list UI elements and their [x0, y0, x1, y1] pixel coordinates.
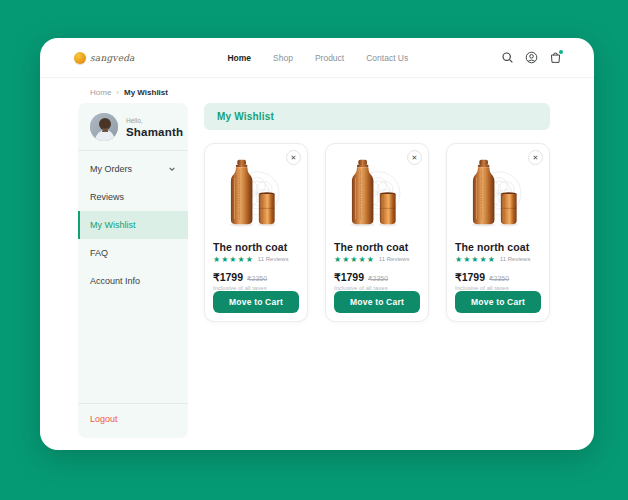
app-window: sangveda Home Shop Product Contact Us: [40, 38, 594, 450]
product-card: ✕ The north coat ★★★★★ 11 Reviews ₹1799 …: [204, 143, 308, 322]
page-title-banner: My Wishlist: [204, 103, 550, 130]
star-rating-icons: ★★★★★: [455, 255, 496, 264]
nav-item-contact-us[interactable]: Contact Us: [366, 53, 408, 63]
breadcrumb-separator: ›: [116, 88, 119, 97]
sidebar-item-my-wishlist[interactable]: My Wishlist: [78, 211, 188, 239]
rating-row: ★★★★★ 11 Reviews: [213, 255, 299, 264]
cart-icon[interactable]: [549, 51, 562, 64]
move-to-cart-button[interactable]: Move to Cart: [213, 291, 299, 313]
current-price: ₹1799: [334, 271, 364, 283]
review-count: 11 Reviews: [379, 256, 410, 262]
sidebar-item-label: FAQ: [90, 248, 108, 258]
price-row: ₹1799 ₹2350: [334, 271, 420, 283]
username-text: Shamanth: [126, 126, 183, 138]
remove-from-wishlist-button[interactable]: ✕: [407, 150, 422, 165]
product-image: [334, 155, 420, 236]
avatar: [90, 113, 118, 141]
price-row: ₹1799 ₹2350: [213, 271, 299, 283]
product-name: The north coat: [334, 241, 420, 253]
original-price: ₹2350: [489, 275, 509, 283]
breadcrumb: Home › My Wishlist: [40, 78, 594, 97]
sidebar-item-label: My Wishlist: [90, 220, 136, 230]
account-sidebar: Hello, Shamanth My Orders Reviews My Wis…: [78, 103, 188, 438]
product-image: [213, 155, 299, 236]
sidebar-menu: My Orders Reviews My Wishlist FAQ Accoun…: [78, 151, 188, 299]
price-row: ₹1799 ₹2350: [455, 271, 541, 283]
search-icon[interactable]: [501, 51, 514, 64]
rating-row: ★★★★★ 11 Reviews: [334, 255, 420, 264]
sidebar-item-reviews[interactable]: Reviews: [78, 183, 188, 211]
star-rating-icons: ★★★★★: [213, 255, 254, 264]
star-rating-icons: ★★★★★: [334, 255, 375, 264]
current-price: ₹1799: [455, 271, 485, 283]
greeting-text: Hello,: [126, 117, 183, 124]
main-nav: Home Shop Product Contact Us: [135, 53, 501, 63]
top-nav-bar: sangveda Home Shop Product Contact Us: [40, 38, 594, 78]
product-name: The north coat: [455, 241, 541, 253]
sidebar-item-label: Account Info: [90, 276, 140, 286]
current-price: ₹1799: [213, 271, 243, 283]
main-content: My Wishlist ✕ The north coat ★★★★★ 11 Re…: [204, 103, 550, 322]
review-count: 11 Reviews: [500, 256, 531, 262]
product-card: ✕ The north coat ★★★★★ 11 Reviews ₹1799 …: [446, 143, 550, 322]
breadcrumb-home[interactable]: Home: [90, 88, 111, 97]
profile-block: Hello, Shamanth: [78, 103, 188, 150]
original-price: ₹2350: [368, 275, 388, 283]
cart-badge-dot: [559, 50, 563, 54]
product-card: ✕ The north coat ★★★★★ 11 Reviews ₹1799 …: [325, 143, 429, 322]
sidebar-item-faq[interactable]: FAQ: [78, 239, 188, 267]
logo-text: sangveda: [90, 53, 135, 63]
page-title: My Wishlist: [217, 111, 274, 122]
rating-row: ★★★★★ 11 Reviews: [455, 255, 541, 264]
wishlist-grid: ✕ The north coat ★★★★★ 11 Reviews ₹1799 …: [204, 143, 550, 322]
remove-from-wishlist-button[interactable]: ✕: [528, 150, 543, 165]
product-image: [455, 155, 541, 236]
nav-item-product[interactable]: Product: [315, 53, 344, 63]
move-to-cart-button[interactable]: Move to Cart: [455, 291, 541, 313]
sidebar-item-label: Reviews: [90, 192, 124, 202]
sidebar-item-label: My Orders: [90, 164, 132, 174]
header-icons: [501, 51, 562, 64]
sidebar-item-account-info[interactable]: Account Info: [78, 267, 188, 295]
breadcrumb-current: My Wishlist: [124, 88, 168, 97]
sidebar-spacer: [78, 299, 188, 403]
nav-item-home[interactable]: Home: [227, 53, 251, 63]
product-name: The north coat: [213, 241, 299, 253]
nav-item-shop[interactable]: Shop: [273, 53, 293, 63]
sidebar-item-my-orders[interactable]: My Orders: [78, 155, 188, 183]
account-icon[interactable]: [525, 51, 538, 64]
logo-flower-icon: [74, 52, 86, 64]
review-count: 11 Reviews: [258, 256, 289, 262]
remove-from-wishlist-button[interactable]: ✕: [286, 150, 301, 165]
brand-logo[interactable]: sangveda: [74, 52, 135, 64]
chevron-down-icon: [168, 165, 176, 173]
original-price: ₹2350: [247, 275, 267, 283]
move-to-cart-button[interactable]: Move to Cart: [334, 291, 420, 313]
logout-button[interactable]: Logout: [78, 404, 188, 438]
